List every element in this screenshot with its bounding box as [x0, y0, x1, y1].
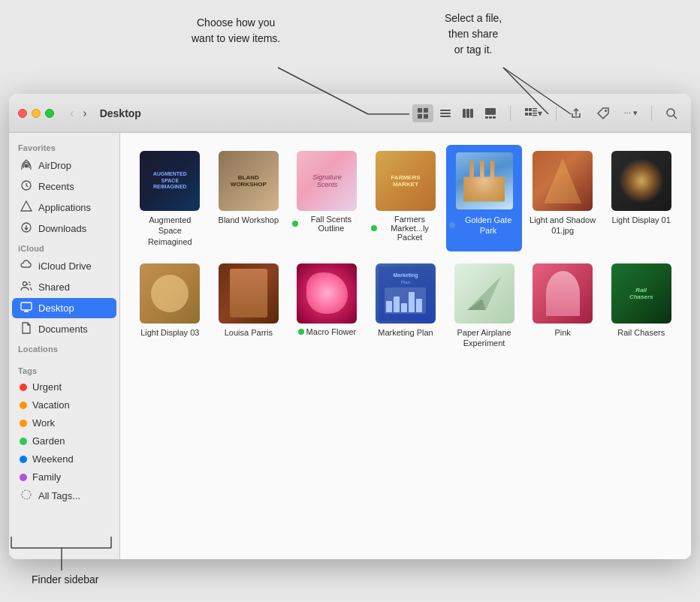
- downloads-label: Downloads: [38, 223, 86, 234]
- desktop-icon: [20, 301, 33, 315]
- svg-rect-8: [418, 108, 422, 113]
- svg-rect-23: [529, 108, 532, 111]
- file-name-louisa: Louisa Parris: [225, 327, 273, 338]
- file-item-fall-scents[interactable]: SignatureScents Fall Scents Outline: [289, 145, 365, 251]
- sidebar-item-shared[interactable]: Shared: [12, 277, 116, 297]
- group-by-button[interactable]: ▾: [520, 104, 547, 122]
- sidebar-item-tag-garden[interactable]: Garden: [12, 432, 116, 450]
- file-item-paper[interactable]: Paper Airplane Experiment: [446, 257, 522, 354]
- file-item-pink[interactable]: Pink: [525, 257, 601, 354]
- file-item-rail[interactable]: RailChasers Rail Chasers: [603, 257, 679, 354]
- file-item-light-shadow[interactable]: Light and Shadow 01.jpg: [525, 145, 601, 251]
- file-thumb-pink: [533, 263, 593, 324]
- file-name-macro: Macro Flower: [298, 327, 357, 336]
- file-thumb-light01: [611, 151, 671, 211]
- green-dot-macro: [298, 329, 304, 335]
- tag-dot-urgent: [20, 384, 27, 391]
- sidebar: Favorites AirDrop: [9, 133, 120, 559]
- favorites-label: Favorites: [9, 139, 119, 155]
- svg-rect-27: [533, 110, 537, 112]
- file-grid-container: AUGMENTEDSPACEREIMAGINED Augmented Space…: [120, 133, 691, 559]
- annotation-share-tag: Select a file, then share or tag it.: [445, 11, 502, 58]
- svg-rect-14: [440, 116, 451, 117]
- separator-2: [556, 106, 557, 121]
- icloud-drive-label: iCloud Drive: [38, 260, 92, 272]
- sidebar-item-desktop[interactable]: Desktop: [12, 298, 116, 318]
- file-item-macro[interactable]: Macro Flower: [289, 257, 365, 354]
- svg-point-38: [22, 490, 31, 499]
- file-item-light03[interactable]: Light Display 03: [132, 257, 208, 354]
- sidebar-item-recents[interactable]: Recents: [12, 176, 116, 197]
- shared-icon: [20, 280, 33, 294]
- svg-point-30: [605, 110, 607, 112]
- tag-family-label: Family: [32, 471, 61, 483]
- svg-point-31: [667, 109, 674, 116]
- tag-button[interactable]: [593, 104, 614, 122]
- desktop-label: Desktop: [38, 303, 74, 314]
- file-thumb-farmers: FARMERSMARKET: [376, 151, 436, 211]
- file-item-golden-gate[interactable]: Golden Gate Park: [446, 145, 522, 251]
- back-button[interactable]: ‹: [66, 105, 77, 122]
- tag-dot-garden: [20, 438, 27, 445]
- list-view-button[interactable]: [435, 104, 456, 122]
- file-item-marketing[interactable]: Marketing Plan Marketing Plan: [368, 257, 444, 354]
- svg-rect-28: [533, 113, 537, 114]
- recents-icon: [20, 179, 33, 194]
- finder-window: ‹ › Desktop: [9, 94, 691, 559]
- svg-rect-24: [525, 113, 528, 116]
- sidebar-item-downloads[interactable]: Downloads: [12, 218, 116, 239]
- svg-rect-22: [525, 108, 528, 111]
- sidebar-item-documents[interactable]: Documents: [12, 319, 116, 339]
- file-name-light03: Light Display 03: [140, 327, 199, 338]
- file-item-light01[interactable]: Light Display 01: [603, 145, 679, 251]
- icon-view-button[interactable]: [412, 104, 433, 122]
- column-view-button[interactable]: [457, 104, 478, 122]
- file-item-bland[interactable]: BLANDWORKSHOP Bland Workshop: [211, 145, 287, 251]
- sidebar-item-tag-weekend[interactable]: Weekend: [12, 450, 116, 468]
- sidebar-item-tag-family[interactable]: Family: [12, 468, 116, 486]
- sidebar-item-applications[interactable]: Applications: [12, 197, 116, 218]
- title-bar: ‹ › Desktop: [9, 94, 691, 133]
- tag-dot-weekend: [20, 456, 27, 463]
- file-thumb-louisa: [219, 263, 279, 324]
- blue-dot-golden: [449, 222, 455, 228]
- svg-rect-20: [489, 116, 492, 119]
- documents-icon: [20, 322, 33, 336]
- svg-rect-15: [463, 109, 466, 118]
- fullscreen-button[interactable]: [45, 109, 54, 118]
- sidebar-item-tag-urgent[interactable]: Urgent: [12, 378, 116, 396]
- close-button[interactable]: [18, 109, 27, 118]
- sidebar-item-airdrop[interactable]: AirDrop: [12, 155, 116, 176]
- minimize-button[interactable]: [32, 109, 41, 118]
- sidebar-item-tag-vacation[interactable]: Vacation: [12, 396, 116, 414]
- file-item-louisa[interactable]: Louisa Parris: [211, 257, 287, 354]
- locations-label: Locations: [9, 340, 119, 356]
- file-thumb-bland: BLANDWORKSHOP: [219, 151, 279, 211]
- svg-rect-21: [493, 116, 496, 119]
- share-button[interactable]: [566, 104, 587, 122]
- file-name-marketing: Marketing Plan: [378, 327, 433, 338]
- svg-rect-10: [418, 114, 422, 119]
- file-item-augmented[interactable]: AUGMENTEDSPACEREIMAGINED Augmented Space…: [132, 145, 208, 251]
- traffic-lights: [18, 109, 54, 118]
- content-area: Favorites AirDrop: [9, 133, 691, 559]
- all-tags-label: All Tags...: [38, 490, 80, 501]
- file-name-fall: Fall Scents Outline: [292, 215, 362, 233]
- downloads-icon: [20, 221, 33, 236]
- file-item-farmers[interactable]: FARMERSMARKET Farmers Market...ly Packet: [368, 145, 444, 251]
- tag-dot-work: [20, 420, 27, 427]
- svg-rect-13: [440, 113, 451, 114]
- gallery-view-button[interactable]: [480, 104, 501, 122]
- search-button[interactable]: [661, 104, 682, 122]
- more-button[interactable]: ··· ▾: [620, 105, 642, 121]
- sidebar-item-tag-work[interactable]: Work: [12, 414, 116, 432]
- nav-arrows: ‹ ›: [66, 105, 91, 122]
- sidebar-item-tag-all[interactable]: All Tags...: [12, 486, 116, 504]
- forward-button[interactable]: ›: [79, 105, 90, 122]
- svg-rect-37: [21, 303, 32, 310]
- sidebar-item-icloud-drive[interactable]: iCloud Drive: [12, 256, 116, 276]
- svg-point-36: [28, 282, 31, 285]
- file-name-pink: Pink: [554, 327, 570, 338]
- applications-icon: [20, 200, 33, 215]
- separator-3: [651, 106, 652, 121]
